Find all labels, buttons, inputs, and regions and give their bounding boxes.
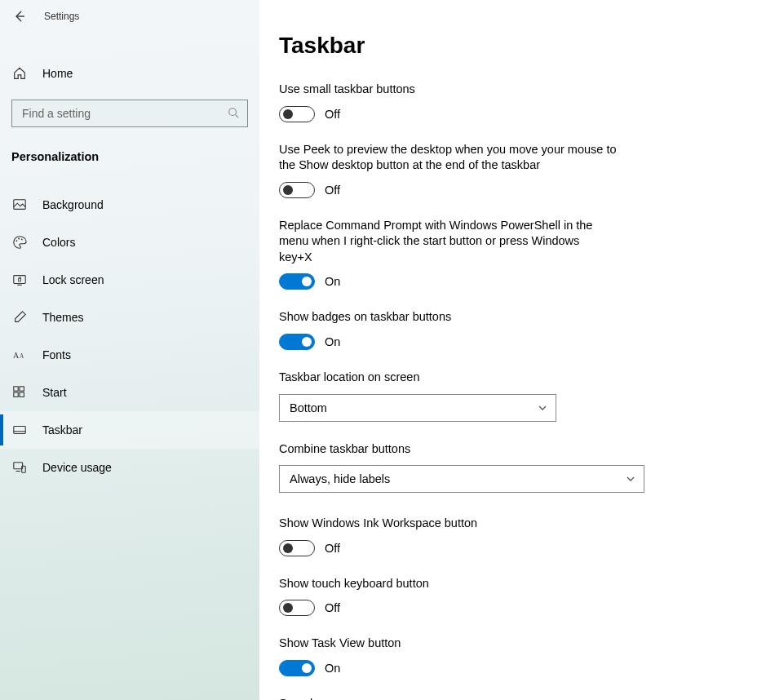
- nav-item-colors[interactable]: Colors: [0, 224, 259, 261]
- nav-label: Lock screen: [42, 273, 104, 286]
- setting-small-buttons: Use small taskbar buttons Off: [279, 82, 654, 122]
- titlebar: Settings: [0, 0, 259, 33]
- font-icon: AA: [11, 347, 28, 363]
- svg-rect-12: [20, 392, 24, 397]
- setting-label: Show Task View button: [279, 636, 654, 652]
- svg-point-0: [229, 109, 237, 116]
- toggle-state: Off: [325, 184, 340, 197]
- palette-icon: [11, 234, 28, 250]
- search-input[interactable]: [22, 107, 228, 120]
- svg-rect-14: [14, 463, 23, 469]
- setting-label: Combine taskbar buttons: [279, 441, 654, 458]
- toggle-touch-keyboard[interactable]: [279, 600, 315, 616]
- search-icon: [228, 107, 241, 120]
- nav-item-lock-screen[interactable]: Lock screen: [0, 261, 259, 299]
- toggle-small-buttons[interactable]: [279, 106, 315, 122]
- svg-rect-6: [19, 278, 21, 281]
- home-label: Home: [42, 67, 73, 80]
- setting-combine: Combine taskbar buttons Always, hide lab…: [279, 441, 654, 494]
- chevron-down-icon: [626, 474, 635, 484]
- setting-powershell: Replace Command Prompt with Windows Powe…: [279, 218, 613, 290]
- svg-text:A: A: [13, 351, 20, 360]
- setting-peek: Use Peek to preview the desktop when you…: [279, 142, 622, 198]
- search-box[interactable]: [11, 100, 248, 127]
- svg-rect-10: [20, 387, 24, 391]
- dropdown-value: Bottom: [290, 401, 327, 414]
- arrow-left-icon: [13, 10, 26, 23]
- svg-point-3: [18, 238, 20, 240]
- svg-text:A: A: [20, 353, 24, 360]
- nav-list: Background Colors Lock screen Themes AA …: [0, 186, 259, 486]
- image-icon: [11, 197, 28, 213]
- dropdown-location[interactable]: Bottom: [279, 394, 556, 422]
- nav-label: Background: [42, 198, 104, 211]
- setting-task-view: Show Task View button On: [279, 636, 654, 676]
- toggle-task-view[interactable]: [279, 660, 315, 676]
- setting-touch-keyboard: Show touch keyboard button Off: [279, 576, 654, 617]
- toggle-state: On: [325, 662, 340, 675]
- setting-badges: Show badges on taskbar buttons On: [279, 309, 654, 350]
- nav-item-themes[interactable]: Themes: [0, 299, 259, 336]
- search-container: [0, 100, 259, 127]
- nav-label: Colors: [42, 236, 75, 249]
- taskbar-icon: [11, 422, 28, 438]
- svg-rect-1: [14, 200, 25, 210]
- nav-item-device-usage[interactable]: Device usage: [0, 449, 259, 486]
- svg-rect-13: [14, 427, 25, 434]
- page-title: Taskbar: [279, 33, 766, 59]
- setting-label: Use Peek to preview the desktop when you…: [279, 142, 622, 174]
- toggle-state: Off: [325, 542, 340, 555]
- dropdown-combine[interactable]: Always, hide labels: [279, 465, 644, 493]
- section-title: Personalization: [0, 150, 259, 163]
- setting-label: Show badges on taskbar buttons: [279, 309, 654, 326]
- home-nav[interactable]: Home: [0, 55, 259, 91]
- toggle-powershell[interactable]: [279, 273, 315, 290]
- toggle-badges[interactable]: [279, 334, 315, 350]
- brush-icon: [11, 309, 28, 326]
- svg-point-4: [21, 239, 23, 241]
- lock-screen-icon: [11, 272, 28, 288]
- nav-item-taskbar[interactable]: Taskbar: [0, 411, 259, 449]
- nav-label: Start: [42, 386, 67, 399]
- setting-label: Taskbar location on screen: [279, 370, 654, 386]
- start-grid-icon: [11, 384, 28, 401]
- setting-label: Show Windows Ink Workspace button: [279, 516, 654, 532]
- nav-label: Fonts: [42, 348, 71, 361]
- device-usage-icon: [11, 459, 28, 476]
- nav-item-start[interactable]: Start: [0, 374, 259, 411]
- nav-item-background[interactable]: Background: [0, 186, 259, 224]
- content-area: Taskbar Use small taskbar buttons Off Us…: [259, 0, 766, 700]
- svg-rect-9: [14, 387, 18, 391]
- toggle-state: On: [325, 335, 340, 348]
- toggle-state: Off: [325, 108, 340, 121]
- setting-label: Replace Command Prompt with Windows Powe…: [279, 218, 613, 266]
- setting-label: Use small taskbar buttons: [279, 82, 654, 98]
- nav-item-fonts[interactable]: AA Fonts: [0, 336, 259, 374]
- toggle-state: Off: [325, 601, 340, 614]
- setting-location: Taskbar location on screen Bottom: [279, 370, 654, 422]
- setting-ink: Show Windows Ink Workspace button Off: [279, 516, 654, 556]
- dropdown-value: Always, hide labels: [290, 472, 390, 485]
- toggle-ink[interactable]: [279, 540, 315, 556]
- setting-label: Search: [279, 696, 654, 700]
- chevron-down-icon: [538, 403, 547, 413]
- back-button[interactable]: [11, 8, 28, 24]
- sidebar: Settings Home Personalization Background…: [0, 0, 259, 700]
- nav-label: Taskbar: [42, 423, 82, 436]
- setting-search: Search Show search icon: [279, 696, 654, 700]
- svg-rect-5: [14, 276, 25, 284]
- nav-label: Themes: [42, 311, 84, 324]
- home-icon: [11, 65, 28, 82]
- setting-label: Show touch keyboard button: [279, 576, 654, 592]
- toggle-peek[interactable]: [279, 182, 315, 198]
- svg-point-2: [16, 240, 18, 241]
- svg-rect-11: [14, 392, 18, 397]
- nav-label: Device usage: [42, 461, 112, 474]
- app-title: Settings: [44, 11, 79, 22]
- toggle-state: On: [325, 275, 340, 288]
